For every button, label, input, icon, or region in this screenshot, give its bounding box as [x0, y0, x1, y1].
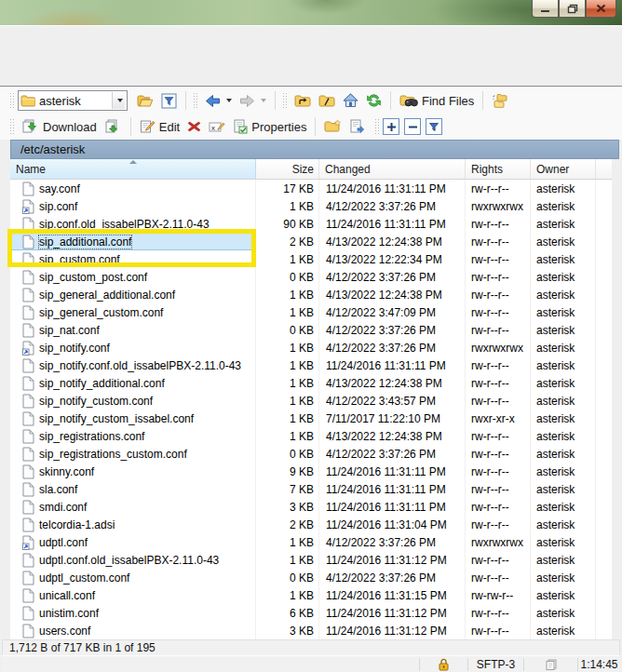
- file-row-selected[interactable]: sip_additional.conf2 KB4/13/2022 12:24:3…: [10, 233, 612, 250]
- file-row[interactable]: sip_nat.conf0 KB4/12/2022 3:37:26 PMrw-r…: [10, 321, 612, 339]
- symlink-file-icon: [22, 199, 34, 214]
- file-name-cell[interactable]: users.conf: [10, 622, 256, 639]
- toolbar-gripper[interactable]: [374, 118, 379, 135]
- file-name-cell[interactable]: say.conf: [10, 180, 256, 197]
- file-name-cell[interactable]: sip_notify.conf: [10, 339, 256, 356]
- file-name-cell[interactable]: telcordia-1.adsi: [10, 516, 256, 533]
- synchronize-button[interactable]: [488, 91, 514, 111]
- address-bar[interactable]: /etc/asterisk: [10, 140, 619, 159]
- back-button[interactable]: [201, 92, 236, 110]
- file-name-cell[interactable]: sip_general_additional.conf: [10, 286, 256, 303]
- forward-history-dropdown[interactable]: [261, 99, 266, 102]
- toolbar-gripper[interactable]: [282, 92, 287, 109]
- file-name-cell[interactable]: sip.conf.old_issabelPBX-2.11.0-43: [10, 215, 256, 233]
- parent-directory-button[interactable]: [291, 92, 315, 110]
- directory-combo[interactable]: asterisk: [18, 90, 128, 111]
- find-files-button[interactable]: Find Files: [396, 91, 478, 110]
- file-row[interactable]: unistim.conf6 KB11/24/2016 11:31:12 PMrw…: [10, 604, 612, 622]
- toolbar-gripper[interactable]: [9, 118, 14, 135]
- file-row[interactable]: say.conf17 KB11/24/2016 11:31:11 PMrw-r-…: [10, 180, 612, 197]
- file-row[interactable]: udptl.conf1 KB4/12/2022 3:37:26 PMrwxrwx…: [10, 533, 612, 551]
- file-name-cell[interactable]: udptl.conf.old_issabelPBX-2.11.0-43: [10, 551, 256, 569]
- directory-combo-dropdown[interactable]: [112, 92, 125, 109]
- download-and-delete-button[interactable]: [101, 117, 126, 136]
- file-row[interactable]: telcordia-1.adsi2 KB11/24/2016 11:31:04 …: [10, 516, 612, 533]
- file-name-cell[interactable]: unistim.conf: [10, 604, 256, 622]
- file-list[interactable]: say.conf17 KB11/24/2016 11:31:11 PMrw-r-…: [10, 180, 612, 639]
- edit-button[interactable]: Edit: [136, 117, 183, 136]
- file-row[interactable]: sip_registrations_custom.conf0 KB4/12/20…: [10, 445, 612, 463]
- properties-button[interactable]: Properties: [229, 117, 310, 136]
- file-name-cell[interactable]: unicall.conf: [10, 586, 256, 604]
- refresh-button[interactable]: [362, 91, 385, 110]
- file-row[interactable]: udptl.conf.old_issabelPBX-2.11.0-431 KB1…: [10, 551, 612, 569]
- open-directory-button[interactable]: [133, 92, 157, 110]
- duplicate-button[interactable]: [345, 117, 369, 136]
- toolbar-gripper[interactable]: [193, 92, 197, 109]
- rename-button[interactable]: x: [205, 118, 229, 136]
- column-header-rights[interactable]: Rights: [466, 159, 531, 179]
- file-row[interactable]: sip.conf1 KB4/12/2022 3:37:26 PMrwxrwxrw…: [10, 197, 612, 215]
- file-name-cell[interactable]: skinny.conf: [10, 463, 256, 480]
- file-name-cell[interactable]: sip_nat.conf: [10, 321, 256, 339]
- file-name-cell[interactable]: sip_registrations.conf: [10, 427, 256, 445]
- file-row[interactable]: sip_general_additional.conf1 KB4/13/2022…: [10, 286, 612, 303]
- minimize-button[interactable]: [532, 0, 559, 18]
- queue-filter-button[interactable]: [426, 118, 442, 135]
- new-folder-button[interactable]: [320, 117, 345, 136]
- file-row[interactable]: users.conf3 KB11/24/2016 11:31:12 PMrw-r…: [10, 622, 612, 639]
- close-button[interactable]: [586, 0, 616, 18]
- file-name-cell[interactable]: sip_notify_custom_issabel.conf: [10, 410, 256, 427]
- column-header-owner[interactable]: Owner: [531, 159, 596, 179]
- restore-button[interactable]: [559, 0, 586, 18]
- file-name-cell[interactable]: sip_custom_post.conf: [10, 268, 256, 286]
- file-name-cell[interactable]: sip_notify.conf.old_issabelPBX-2.11.0-43: [10, 356, 256, 374]
- file-name-cell[interactable]: sip_general_custom.conf: [10, 303, 256, 321]
- file-row[interactable]: sip_notify.conf.old_issabelPBX-2.11.0-43…: [10, 356, 612, 374]
- column-header-changed[interactable]: Changed: [319, 159, 466, 179]
- file-name-cell[interactable]: udptl_custom.conf: [10, 569, 256, 586]
- queue-add-button[interactable]: [383, 118, 399, 135]
- column-header-name[interactable]: Name: [10, 159, 256, 179]
- toolbar-gripper[interactable]: [9, 92, 14, 109]
- file-changed: 7/11/2017 11:22:10 PM: [319, 410, 466, 427]
- file-row[interactable]: smdi.conf3 KB11/24/2016 11:31:11 PMrw-r-…: [10, 498, 612, 516]
- file-row[interactable]: udptl_custom.conf0 KB4/12/2022 3:37:26 P…: [10, 569, 612, 586]
- file-row[interactable]: unicall.conf1 KB11/24/2016 11:31:15 PMrw…: [10, 586, 612, 604]
- root-directory-button[interactable]: [315, 92, 339, 110]
- file-name-cell[interactable]: sip_notify_custom.conf: [10, 392, 256, 410]
- file-name-cell[interactable]: sla.conf: [10, 480, 256, 498]
- row-filler: [596, 427, 612, 445]
- file-row[interactable]: skinny.conf9 KB11/24/2016 11:31:11 PMrw-…: [10, 463, 612, 480]
- column-header-size[interactable]: Size: [256, 159, 319, 179]
- file-name-cell[interactable]: sip.conf: [10, 197, 256, 215]
- file-name-cell[interactable]: udptl.conf: [10, 533, 256, 551]
- duplicate-session-indicator[interactable]: [523, 658, 577, 671]
- file-row[interactable]: sip_notify_custom_issabel.conf1 KB7/11/2…: [10, 410, 612, 427]
- file-row[interactable]: sip_notify_additional.conf1 KB4/13/2022 …: [10, 374, 612, 392]
- home-directory-button[interactable]: [339, 91, 362, 110]
- file-name-cell[interactable]: sip_registrations_custom.conf: [10, 445, 256, 463]
- delete-button[interactable]: [183, 118, 205, 135]
- filter-button[interactable]: [157, 91, 181, 111]
- file-name-cell[interactable]: sip_notify_additional.conf: [10, 374, 256, 392]
- file-row[interactable]: sip_registrations.conf1 KB4/13/2022 12:2…: [10, 427, 612, 445]
- file-name-cell[interactable]: sip_additional.conf: [10, 233, 256, 250]
- row-filler: [596, 463, 612, 480]
- file-row[interactable]: sip_custom.conf1 KB4/13/2022 12:22:34 PM…: [10, 250, 612, 268]
- queue-remove-button[interactable]: [404, 118, 421, 135]
- file-row[interactable]: sip_custom_post.conf0 KB4/12/2022 3:37:2…: [10, 268, 612, 286]
- file-row[interactable]: sip_general_custom.conf1 KB4/12/2022 3:4…: [10, 303, 612, 321]
- back-history-dropdown[interactable]: [226, 99, 232, 102]
- forward-button[interactable]: [236, 92, 270, 110]
- file-row[interactable]: sip_notify.conf1 KB4/12/2022 3:37:26 PMr…: [10, 339, 612, 356]
- file-row[interactable]: sla.conf7 KB11/24/2016 11:31:11 PMrw-r--…: [10, 480, 612, 498]
- encryption-status[interactable]: [419, 658, 467, 671]
- file-row[interactable]: sip_notify_custom.conf1 KB4/12/2022 3:43…: [10, 392, 612, 410]
- protocol-indicator[interactable]: SFTP-3: [467, 658, 523, 671]
- folder-icon: [20, 94, 35, 107]
- download-button[interactable]: Download: [18, 117, 101, 136]
- file-name-cell[interactable]: smdi.conf: [10, 498, 256, 516]
- file-name-cell[interactable]: sip_custom.conf: [10, 250, 256, 268]
- file-row[interactable]: sip.conf.old_issabelPBX-2.11.0-4390 KB11…: [10, 215, 612, 233]
